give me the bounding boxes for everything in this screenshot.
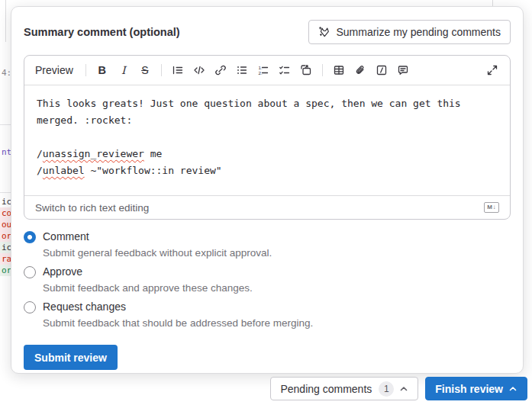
bold-button[interactable]: B	[92, 60, 112, 80]
svg-text:1.: 1.	[258, 65, 262, 70]
review-popover: Summary comment (optional) Summarize my …	[11, 6, 524, 374]
pending-count-badge: 1	[379, 381, 394, 397]
link-button[interactable]	[211, 60, 231, 80]
pending-comments-label: Pending comments	[280, 383, 372, 395]
toolbar-divider	[322, 64, 323, 76]
option-approve-label: Approve	[43, 264, 82, 280]
task-list-icon	[279, 64, 291, 76]
comment-template-button[interactable]	[393, 60, 413, 80]
collapsible-section-button[interactable]	[296, 60, 316, 80]
paperclip-icon	[354, 64, 366, 76]
tab-preview[interactable]: Preview	[32, 61, 79, 79]
chevron-up-icon	[508, 384, 517, 394]
editor-footer: Switch to rich text editing M↓	[24, 195, 510, 219]
diff-line-fragment: ic	[0, 242, 11, 253]
submit-review-label: Submit review	[34, 352, 107, 364]
quote-icon	[172, 64, 184, 76]
radio-approve[interactable]	[24, 266, 36, 278]
review-bar: Pending comments 1 Finish review	[270, 377, 527, 400]
italic-button[interactable]: I	[114, 60, 134, 80]
pending-comments-button[interactable]: Pending comments 1	[270, 377, 418, 400]
table-icon	[333, 64, 345, 76]
option-comment[interactable]: Comment Submit general feedback without …	[24, 229, 511, 261]
option-request-changes-description: Submit feedback that should be addressed…	[43, 315, 511, 331]
popover-title: Summary comment (optional)	[24, 26, 180, 38]
finish-review-label: Finish review	[435, 383, 503, 395]
option-request-changes[interactable]: Request changes Submit feedback that sho…	[24, 299, 511, 331]
page: 4:nticcoouoricraor Summary comment (opti…	[0, 0, 532, 405]
tanuki-ai-icon	[318, 26, 330, 38]
radio-request-changes[interactable]	[24, 301, 36, 313]
italic-icon: I	[121, 64, 126, 76]
diff-line-fragment: ou	[0, 219, 11, 230]
editor-content[interactable]: This looks greats! Just one question abo…	[24, 85, 510, 195]
diff-line-fragment: co	[0, 207, 11, 219]
quote-button[interactable]	[168, 60, 188, 80]
toolbar-divider	[161, 64, 162, 76]
table-button[interactable]	[329, 60, 349, 80]
editor-toolbar: Preview B I S 1.2.	[24, 56, 510, 85]
option-comment-label: Comment	[43, 229, 89, 245]
background-divider	[0, 124, 11, 125]
option-request-changes-label: Request changes	[43, 299, 126, 315]
popover-header: Summary comment (optional) Summarize my …	[24, 19, 511, 44]
diff-line-fragment: or	[0, 230, 11, 242]
strikethrough-icon: S	[141, 64, 148, 76]
summarize-comments-label: Summarize my pending comments	[336, 26, 501, 38]
toolbar-divider	[85, 64, 86, 76]
radio-comment[interactable]	[24, 231, 36, 243]
code-icon	[193, 64, 205, 76]
collapsible-section-icon	[300, 64, 312, 76]
submit-review-button[interactable]: Submit review	[24, 345, 118, 370]
option-approve[interactable]: Approve Submit feedback and approve thes…	[24, 264, 511, 296]
comment-template-icon	[397, 64, 409, 76]
diff-line-fragment: ic	[0, 196, 11, 207]
bullet-list-icon	[236, 64, 248, 76]
link-icon	[214, 64, 227, 76]
summarize-comments-button[interactable]: Summarize my pending comments	[308, 20, 511, 44]
diff-line-fragment: nt	[0, 146, 11, 158]
full-screen-icon	[486, 64, 498, 76]
task-list-button[interactable]	[275, 60, 295, 80]
svg-text:2.: 2.	[258, 70, 262, 76]
full-screen-button[interactable]	[482, 60, 502, 80]
finish-review-button[interactable]: Finish review	[425, 377, 527, 400]
quick-action-icon	[376, 64, 388, 76]
markdown-icon[interactable]: M↓	[484, 202, 499, 213]
background-divider	[0, 192, 11, 193]
markdown-editor: Preview B I S 1.2.	[24, 55, 511, 220]
option-comment-description: Submit general feedback without explicit…	[43, 245, 511, 261]
quick-action-button[interactable]	[372, 60, 392, 80]
numbered-list-button[interactable]: 1.2.	[253, 60, 273, 80]
attach-file-button[interactable]	[350, 60, 370, 80]
numbered-list-icon: 1.2.	[257, 64, 269, 76]
diff-line-fragment: or	[0, 265, 11, 276]
diff-line-fragment: 4:	[0, 67, 11, 79]
switch-rich-text-link[interactable]: Switch to rich text editing	[35, 202, 149, 214]
background-divider	[5, 0, 6, 42]
chevron-up-icon	[399, 384, 408, 394]
code-button[interactable]	[189, 60, 209, 80]
bold-icon: B	[98, 64, 106, 76]
bullet-list-button[interactable]	[232, 60, 252, 80]
diff-line-fragment: ra	[0, 253, 11, 265]
strikethrough-button[interactable]: S	[135, 60, 155, 80]
review-type-options: Comment Submit general feedback without …	[24, 229, 511, 331]
option-approve-description: Submit feedback and approve these change…	[43, 280, 511, 296]
